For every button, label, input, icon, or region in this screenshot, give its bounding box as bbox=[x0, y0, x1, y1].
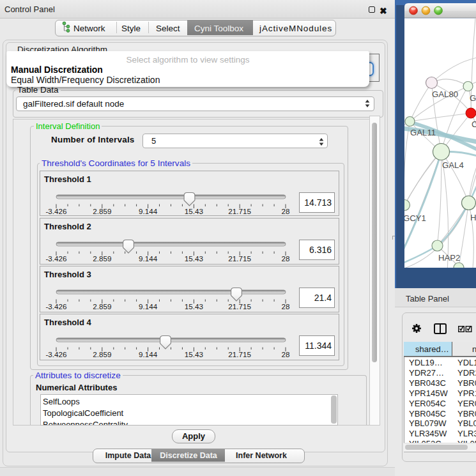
svg-text:-3.426: -3.426 bbox=[45, 207, 66, 215]
svg-text:-3.426: -3.426 bbox=[45, 350, 66, 358]
svg-text:28: 28 bbox=[281, 350, 289, 358]
svg-text:15.43: 15.43 bbox=[185, 350, 203, 358]
svg-text:9.144: 9.144 bbox=[139, 254, 158, 263]
svg-text:9.144: 9.144 bbox=[139, 302, 158, 311]
svg-text:GAL80: GAL80 bbox=[432, 89, 458, 99]
svg-text:2.859: 2.859 bbox=[93, 254, 111, 263]
svg-text:C: C bbox=[472, 119, 476, 129]
svg-text:GAL: GAL bbox=[470, 93, 476, 103]
svg-text:-3.426: -3.426 bbox=[45, 254, 66, 263]
svg-text:21.715: 21.715 bbox=[228, 207, 251, 215]
svg-text:2.859: 2.859 bbox=[93, 207, 111, 215]
svg-text:H: H bbox=[470, 213, 476, 222]
svg-text:HAP2: HAP2 bbox=[438, 253, 460, 263]
svg-text:28: 28 bbox=[281, 207, 289, 215]
svg-text:GAL11: GAL11 bbox=[410, 128, 436, 137]
svg-text:9.144: 9.144 bbox=[139, 350, 158, 358]
svg-text:15.43: 15.43 bbox=[185, 302, 203, 311]
svg-text:2.859: 2.859 bbox=[93, 302, 111, 311]
svg-text:9.144: 9.144 bbox=[139, 207, 158, 215]
svg-text:28: 28 bbox=[281, 254, 289, 263]
svg-text:2.859: 2.859 bbox=[93, 350, 111, 358]
svg-text:GAL4: GAL4 bbox=[442, 160, 464, 170]
svg-text:21.715: 21.715 bbox=[228, 350, 251, 358]
svg-text:21.715: 21.715 bbox=[228, 254, 251, 263]
svg-text:15.43: 15.43 bbox=[185, 207, 203, 215]
svg-text:28: 28 bbox=[281, 302, 289, 311]
svg-text:GCY1: GCY1 bbox=[403, 213, 426, 223]
svg-text:-3.426: -3.426 bbox=[45, 302, 66, 311]
svg-text:15.43: 15.43 bbox=[185, 254, 203, 263]
svg-text:21.715: 21.715 bbox=[228, 302, 251, 311]
